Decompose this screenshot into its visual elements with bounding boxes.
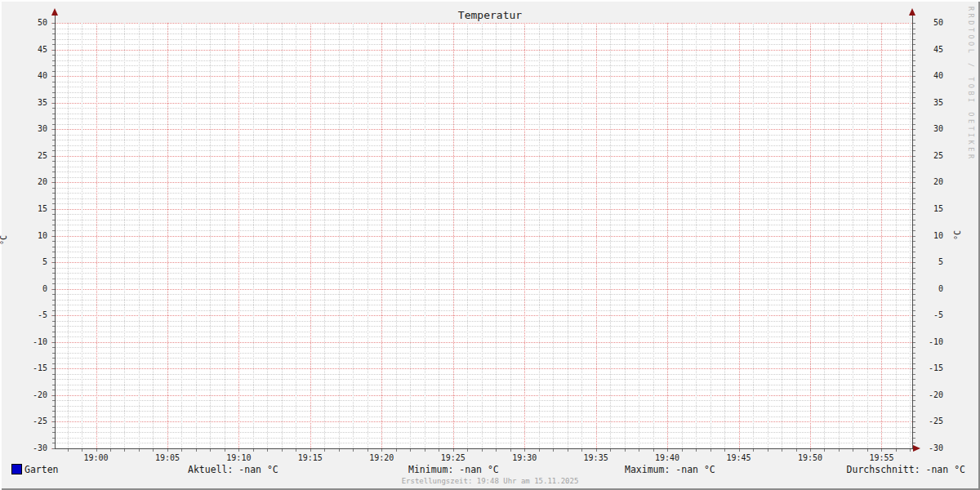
y-axis-tick bbox=[913, 315, 915, 316]
x-axis-tick bbox=[896, 449, 897, 452]
y-axis-tick bbox=[913, 60, 915, 61]
y-tick-label-left: 30 bbox=[15, 123, 47, 134]
y-axis-tick bbox=[913, 230, 915, 231]
x-axis-tick bbox=[225, 449, 225, 452]
x-axis-tick bbox=[368, 449, 368, 452]
x-tick-label: 19:45 bbox=[710, 452, 768, 463]
y-axis-tick bbox=[913, 278, 915, 279]
y-axis-right-line bbox=[912, 11, 913, 448]
y-axis-tick bbox=[913, 156, 915, 157]
y-axis-tick bbox=[913, 71, 915, 72]
y-axis-tick bbox=[913, 135, 915, 136]
y-axis-tick bbox=[913, 118, 915, 119]
y-axis-tick bbox=[913, 50, 915, 51]
x-axis-tick bbox=[482, 449, 483, 452]
y-axis-tick bbox=[913, 108, 915, 109]
y-axis-tick bbox=[913, 241, 915, 242]
rrdtool-graph: Temperatur RRDTOOL / TOBI OETIKER °C °C … bbox=[0, 0, 980, 490]
rrdtool-watermark: RRDTOOL / TOBI OETIKER bbox=[967, 7, 975, 162]
x-axis-tick bbox=[639, 449, 639, 452]
x-axis-tick bbox=[610, 449, 611, 452]
y-tick-label-right: -20 bbox=[919, 390, 943, 400]
x-axis-tick bbox=[68, 449, 69, 452]
y-axis-unit-left: °C bbox=[0, 235, 9, 245]
y-tick-label-right: 5 bbox=[919, 256, 943, 267]
y-axis-tick bbox=[913, 220, 915, 220]
x-tick-label: 19:00 bbox=[68, 452, 125, 463]
x-tick-label: 19:55 bbox=[853, 452, 910, 463]
y-axis-tick bbox=[913, 400, 915, 401]
x-axis-tick bbox=[282, 449, 283, 452]
y-tick-label-right: -25 bbox=[919, 416, 943, 426]
y-axis-tick bbox=[913, 305, 915, 305]
y-axis-tick bbox=[913, 33, 915, 34]
x-axis-tick bbox=[553, 449, 554, 452]
y-tick-label-left: -30 bbox=[15, 443, 47, 453]
y-tick-label-right: 25 bbox=[919, 150, 943, 161]
x-tick-label: 19:20 bbox=[353, 452, 410, 463]
x-tick-label: 19:05 bbox=[139, 452, 196, 463]
y-tick-label-right: 10 bbox=[919, 230, 943, 241]
x-axis-tick bbox=[410, 449, 411, 452]
y-axis-tick bbox=[913, 421, 915, 422]
x-tick-label: 19:15 bbox=[282, 452, 339, 463]
y-axis-tick bbox=[913, 82, 915, 82]
x-axis-tick bbox=[653, 449, 654, 452]
x-axis-tick bbox=[496, 449, 497, 452]
x-axis-tick bbox=[124, 449, 125, 452]
y-axis-left-arrow-icon bbox=[51, 8, 58, 16]
x-axis-tick bbox=[310, 449, 311, 452]
y-axis-tick bbox=[913, 374, 915, 375]
x-axis-tick bbox=[253, 449, 254, 452]
x-axis-tick bbox=[467, 449, 468, 452]
y-axis-tick bbox=[913, 209, 915, 210]
x-axis-tick bbox=[339, 449, 340, 452]
y-axis-tick bbox=[913, 257, 915, 258]
y-axis-tick bbox=[913, 172, 915, 172]
y-axis-tick bbox=[913, 385, 915, 385]
x-axis-tick bbox=[296, 449, 296, 452]
y-axis-tick bbox=[913, 214, 915, 215]
y-tick-label-right: -5 bbox=[919, 310, 943, 320]
y-axis-tick bbox=[913, 65, 915, 66]
x-axis-tick bbox=[724, 449, 725, 452]
y-axis-unit-right: °C bbox=[953, 230, 963, 240]
y-axis-tick bbox=[913, 236, 915, 237]
x-axis-tick bbox=[267, 449, 268, 452]
y-axis-tick bbox=[913, 363, 915, 364]
x-axis-tick bbox=[810, 449, 811, 452]
x-axis-tick bbox=[910, 449, 911, 452]
y-tick-label-right: -30 bbox=[919, 443, 943, 453]
y-tick-label-right: 45 bbox=[919, 44, 943, 55]
y-axis-tick bbox=[913, 336, 915, 337]
y-tick-label-left: 15 bbox=[15, 203, 47, 214]
y-axis-tick bbox=[913, 416, 915, 417]
y-axis-tick bbox=[913, 177, 915, 178]
x-axis-tick bbox=[82, 449, 82, 452]
y-tick-label-left: 40 bbox=[15, 70, 47, 81]
y-axis-tick bbox=[913, 247, 915, 247]
x-tick-label: 19:30 bbox=[496, 452, 553, 463]
x-axis-tick bbox=[768, 449, 768, 452]
y-axis-tick bbox=[913, 114, 915, 114]
y-axis-tick bbox=[913, 427, 915, 428]
y-tick-label-left: -20 bbox=[15, 390, 47, 400]
x-axis-tick bbox=[710, 449, 711, 452]
y-tick-label-left: 35 bbox=[15, 97, 47, 108]
stat-maximum: Maximum: -nan °C bbox=[625, 464, 715, 475]
x-axis-tick bbox=[796, 449, 797, 452]
y-axis-tick bbox=[913, 87, 915, 87]
y-axis-tick bbox=[913, 103, 915, 104]
x-axis-tick bbox=[425, 449, 425, 452]
y-axis-tick bbox=[913, 44, 915, 45]
y-axis-tick bbox=[913, 161, 915, 162]
x-axis-line bbox=[55, 448, 914, 449]
y-tick-label-right: 35 bbox=[919, 97, 943, 108]
x-axis-tick bbox=[324, 449, 325, 452]
y-axis-tick bbox=[913, 411, 915, 412]
y-axis-tick bbox=[913, 167, 915, 167]
y-tick-label-left: 25 bbox=[15, 150, 47, 161]
y-axis-tick bbox=[913, 353, 915, 354]
y-tick-label-right: 50 bbox=[919, 17, 943, 28]
stat-aktuell: Aktuell: -nan °C bbox=[188, 464, 278, 475]
